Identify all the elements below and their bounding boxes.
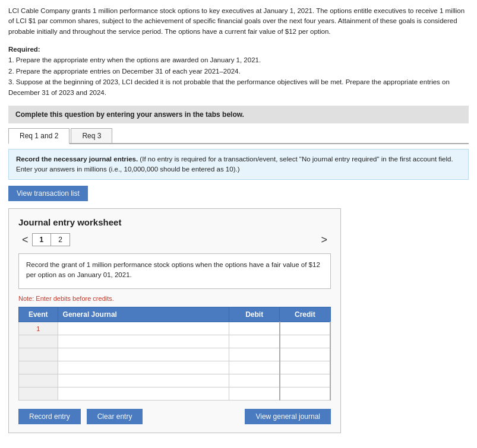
- debit-cell-1[interactable]: [229, 322, 280, 335]
- view-general-journal-button[interactable]: View general journal: [245, 409, 331, 424]
- credit-input-3[interactable]: [284, 351, 326, 359]
- gj-cell-4[interactable]: [58, 361, 229, 374]
- gj-input-4[interactable]: [62, 364, 225, 372]
- credit-cell-3[interactable]: [280, 348, 330, 361]
- instruction-bar: Complete this question by entering your …: [8, 106, 469, 123]
- credit-input-6[interactable]: [284, 390, 326, 398]
- page-indicators: 1 2: [32, 233, 70, 246]
- tab-req3[interactable]: Req 3: [71, 128, 112, 143]
- credit-cell-6[interactable]: [280, 387, 330, 401]
- tabs-row: Req 1 and 2 Req 3: [8, 128, 469, 144]
- tab-req1and2[interactable]: Req 1 and 2: [8, 128, 70, 144]
- event-cell-6: [19, 387, 58, 401]
- credit-input-1[interactable]: [284, 325, 326, 333]
- req2-text: 2. Prepare the appropriate entries on De…: [8, 66, 469, 77]
- debit-input-3[interactable]: [233, 351, 276, 359]
- nav-left-arrow[interactable]: <: [18, 234, 32, 246]
- gj-input-1[interactable]: [62, 325, 225, 333]
- table-row: [19, 348, 331, 361]
- credit-cell-4[interactable]: [280, 361, 330, 374]
- debit-input-2[interactable]: [233, 338, 276, 346]
- problem-text: LCI Cable Company grants 1 million perfo…: [8, 6, 469, 37]
- gj-cell-1[interactable]: [58, 322, 229, 335]
- debit-input-1[interactable]: [233, 325, 276, 333]
- event-cell-5: [19, 374, 58, 387]
- req3-text: 3. Suppose at the beginning of 2023, LCI…: [8, 77, 469, 99]
- debit-cell-3[interactable]: [229, 348, 280, 361]
- credit-cell-2[interactable]: [280, 335, 330, 348]
- record-entry-button[interactable]: Record entry: [18, 409, 81, 424]
- credit-input-4[interactable]: [284, 364, 326, 372]
- col-credit: Credit: [280, 307, 330, 322]
- worksheet-container: Journal entry worksheet < 1 2 > Record t…: [8, 208, 341, 433]
- page-1[interactable]: 1: [33, 234, 52, 246]
- table-row: [19, 374, 331, 387]
- debit-input-5[interactable]: [233, 377, 276, 385]
- bottom-buttons: Record entry Clear entry View general jo…: [18, 409, 331, 424]
- event-cell-3: [19, 348, 58, 361]
- debit-input-4[interactable]: [233, 364, 276, 372]
- debit-cell-4[interactable]: [229, 361, 280, 374]
- problem-description: LCI Cable Company grants 1 million perfo…: [8, 7, 465, 35]
- gj-cell-5[interactable]: [58, 374, 229, 387]
- gj-cell-6[interactable]: [58, 387, 229, 401]
- note-text: Note: Enter debits before credits.: [18, 295, 331, 302]
- table-row: [19, 387, 331, 401]
- debit-input-6[interactable]: [233, 390, 276, 398]
- description-box: Record the grant of 1 million performanc…: [18, 253, 331, 289]
- required-section: Required: 1. Prepare the appropriate ent…: [8, 44, 469, 99]
- worksheet-title: Journal entry worksheet: [18, 217, 331, 227]
- required-label: Required:: [8, 46, 40, 53]
- gj-input-3[interactable]: [62, 351, 225, 359]
- col-event: Event: [19, 307, 58, 322]
- info-box: Record the necessary journal entries. (I…: [8, 149, 469, 180]
- gj-input-6[interactable]: [62, 390, 225, 398]
- gj-cell-3[interactable]: [58, 348, 229, 361]
- page-2[interactable]: 2: [51, 234, 70, 246]
- event-cell-1: 1: [19, 322, 58, 335]
- table-row: 1: [19, 322, 331, 335]
- table-row: [19, 361, 331, 374]
- event-cell-4: [19, 361, 58, 374]
- gj-cell-2[interactable]: [58, 335, 229, 348]
- clear-entry-button[interactable]: Clear entry: [87, 409, 143, 424]
- table-row: [19, 335, 331, 348]
- view-transaction-button[interactable]: View transaction list: [8, 186, 88, 201]
- col-debit: Debit: [229, 307, 280, 322]
- credit-cell-5[interactable]: [280, 374, 330, 387]
- col-general-journal: General Journal: [58, 307, 229, 322]
- gj-input-2[interactable]: [62, 338, 225, 346]
- credit-cell-1[interactable]: [280, 322, 330, 335]
- nav-right-arrow[interactable]: >: [317, 234, 331, 246]
- debit-cell-2[interactable]: [229, 335, 280, 348]
- credit-input-2[interactable]: [284, 338, 326, 346]
- event-cell-2: [19, 335, 58, 348]
- info-box-bold: Record the necessary journal entries.: [16, 155, 138, 163]
- gj-input-5[interactable]: [62, 377, 225, 385]
- debit-cell-6[interactable]: [229, 387, 280, 401]
- nav-row: < 1 2 >: [18, 233, 331, 246]
- req1-text: 1. Prepare the appropriate entry when th…: [8, 55, 469, 65]
- debit-cell-5[interactable]: [229, 374, 280, 387]
- credit-input-5[interactable]: [284, 377, 326, 385]
- journal-table: Event General Journal Debit Credit 1: [18, 307, 331, 401]
